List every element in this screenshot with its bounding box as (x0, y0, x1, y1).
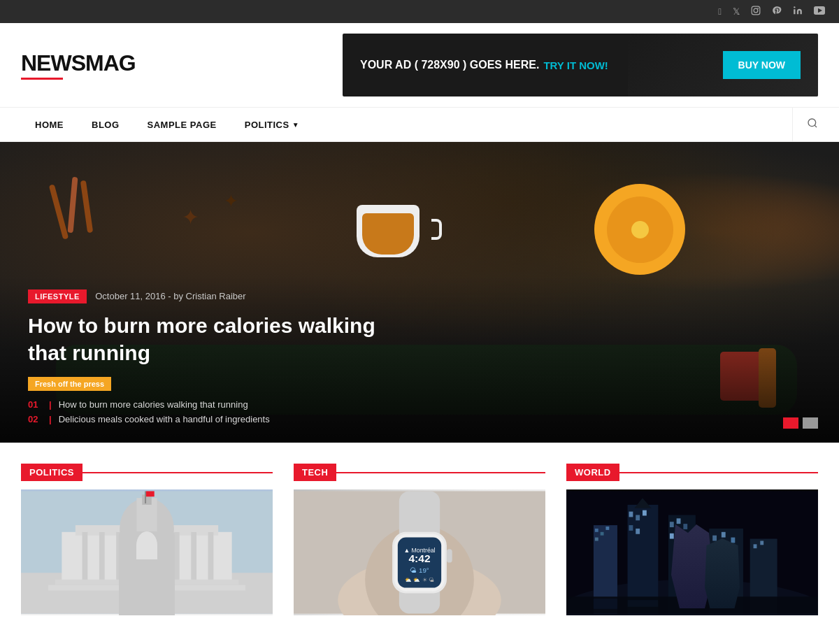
svg-rect-64 (760, 541, 763, 545)
svg-rect-21 (208, 532, 214, 580)
ad-text: YOUR AD ( 728X90 ) GOES HERE. (360, 59, 539, 71)
svg-rect-63 (754, 544, 757, 548)
svg-rect-49 (636, 515, 640, 520)
logo-text-2: MAG (85, 50, 136, 76)
politics-heading: POLITICS (21, 464, 273, 481)
svg-rect-51 (629, 525, 633, 531)
svg-rect-57 (670, 534, 674, 539)
tea-cup (357, 205, 433, 268)
linkedin-icon[interactable] (793, 6, 803, 17)
svg-point-6 (808, 119, 816, 127)
twitter-icon[interactable]: 𝕏 (733, 6, 740, 17)
slider-dot-1[interactable] (783, 417, 798, 429)
nav-blog[interactable]: BLOG (78, 110, 134, 140)
instagram-icon[interactable] (751, 6, 761, 17)
hero-overlay: LIFESTYLE October 11, 2016 - by Cristian… (0, 276, 839, 443)
svg-text:4:42: 4:42 (408, 552, 430, 564)
list-text-1: How to burn more calories walking that r… (59, 399, 248, 410)
svg-rect-56 (683, 524, 687, 529)
world-line (619, 472, 818, 473)
politics-section: POLITICS (21, 464, 273, 615)
navigation: HOME BLOG SAMPLE PAGE POLITICS ▼ (0, 108, 839, 142)
youtube-icon[interactable] (814, 6, 825, 17)
svg-rect-8 (21, 573, 273, 613)
svg-rect-67 (628, 600, 659, 607)
svg-point-1 (754, 8, 758, 13)
svg-rect-24 (145, 491, 146, 503)
svg-rect-54 (670, 522, 674, 527)
tech-line (336, 472, 545, 473)
hero-meta: October 11, 2016 - by Cristian Raiber (95, 291, 245, 301)
three-col-sections: POLITICS (0, 443, 839, 615)
politics-image (21, 489, 273, 615)
ad-cta: TRY IT NOW! (543, 59, 608, 71)
svg-rect-60 (722, 532, 726, 538)
list-sep-2: | (49, 414, 52, 424)
svg-rect-59 (712, 536, 717, 541)
svg-rect-38 (447, 549, 452, 562)
hero-list: 01 | How to burn more calories walking t… (28, 399, 811, 424)
tech-label: TECH (294, 464, 336, 481)
world-section: WORLD (566, 464, 818, 615)
buy-now-button[interactable]: BUY NOW (723, 51, 801, 79)
svg-text:🌤 19°: 🌤 19° (410, 566, 429, 574)
logo-text: NEWS (21, 50, 85, 76)
chevron-down-icon: ▼ (292, 121, 299, 129)
svg-rect-43 (601, 532, 604, 536)
facebook-icon[interactable]:  (718, 6, 722, 17)
list-text-2: Delicious meals cooked with a handful of… (59, 414, 270, 424)
ad-banner: YOUR AD ( 728X90 ) GOES HERE. TRY IT NOW… (343, 34, 818, 96)
list-num-1: 01 (28, 399, 42, 410)
nav-politics[interactable]: POLITICS ▼ (231, 110, 313, 140)
slider-dots (783, 417, 818, 429)
social-bar:  𝕏 (0, 0, 839, 23)
hero-category[interactable]: LIFESTYLE (28, 289, 87, 303)
hero-slider: ✦ ✦ LIFESTYLE October 11, 2016 - by Cris… (0, 142, 839, 443)
svg-rect-45 (595, 538, 598, 541)
svg-rect-42 (595, 529, 598, 532)
orange-slice (594, 184, 685, 275)
svg-rect-52 (636, 529, 640, 534)
nav-sample-page[interactable]: SAMPLE PAGE (134, 110, 231, 140)
tech-image: ▲ Montréal 4:42 🌤 19° ⛅ ⛅ ☀ 🌤 (294, 489, 545, 615)
politics-line (83, 472, 273, 473)
world-heading: WORLD (566, 464, 818, 481)
svg-point-3 (794, 6, 795, 8)
list-num-2: 02 (28, 414, 42, 424)
svg-rect-50 (643, 510, 647, 516)
search-icon[interactable] (792, 108, 818, 141)
svg-rect-20 (191, 532, 196, 580)
logo[interactable]: NEWSMAG (21, 50, 136, 80)
svg-text:⛅ ⛅ ☀ 🌤: ⛅ ⛅ ☀ 🌤 (405, 576, 433, 583)
svg-rect-66 (594, 599, 617, 609)
svg-rect-22 (55, 580, 239, 585)
svg-rect-44 (605, 527, 609, 530)
svg-rect-17 (134, 532, 139, 580)
world-label: WORLD (566, 464, 619, 481)
slider-dot-2[interactable] (803, 417, 818, 429)
hero-title: How to burn more calories walking that r… (28, 312, 378, 366)
list-item: 01 | How to burn more calories walking t… (28, 399, 811, 410)
tech-section: TECH ▲ Montréal 4:42 🌤 19° (294, 464, 545, 615)
svg-point-2 (757, 8, 759, 9)
svg-rect-55 (677, 518, 681, 524)
svg-rect-15 (99, 532, 105, 580)
list-item: 02 | Delicious meals cooked with a handf… (28, 414, 811, 424)
svg-rect-16 (116, 532, 122, 580)
tech-heading: TECH (294, 464, 545, 481)
svg-rect-19 (174, 532, 180, 580)
svg-rect-0 (752, 6, 760, 15)
star-anise-2: ✦ (224, 191, 238, 211)
nav-links: HOME BLOG SAMPLE PAGE POLITICS ▼ (21, 110, 313, 140)
svg-rect-48 (629, 512, 633, 517)
politics-label: POLITICS (21, 464, 83, 481)
list-sep-1: | (49, 399, 52, 410)
svg-rect-14 (83, 532, 88, 580)
star-anise-1: ✦ (182, 205, 199, 229)
svg-rect-23 (48, 585, 245, 591)
svg-rect-25 (146, 491, 155, 496)
pinterest-icon[interactable] (772, 6, 782, 17)
nav-home[interactable]: HOME (21, 110, 78, 140)
svg-rect-18 (157, 532, 163, 580)
header: NEWSMAG YOUR AD ( 728X90 ) GOES HERE. TR… (0, 23, 839, 108)
